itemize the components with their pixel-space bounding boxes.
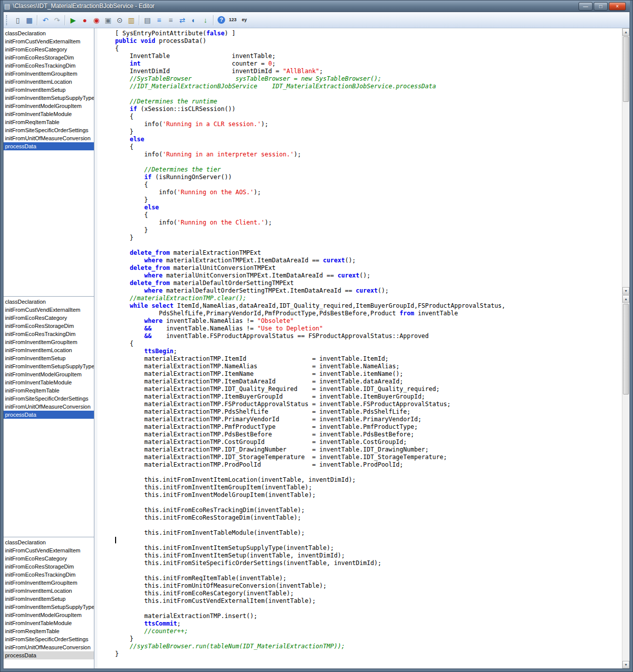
code-line[interactable]: //sysTableBrowser.run(tableNum(IDT_Mater…: [115, 643, 622, 650]
method-initFromInventItemLocation[interactable]: initFromInventItemLocation: [4, 587, 94, 595]
code-line[interactable]: this.initFromInventItemSetup(inventTable…: [115, 552, 622, 559]
scroll-up-icon[interactable]: ▲: [622, 28, 629, 36]
code-line[interactable]: //counter++;: [115, 628, 622, 635]
method-initFromReqItemTable[interactable]: initFromReqItemTable: [4, 118, 94, 126]
method-initFromInventModelGroupItem[interactable]: initFromInventModelGroupItem: [4, 102, 94, 110]
code-line[interactable]: materialExtractionTMP.PdsShelfLife = inv…: [115, 408, 622, 416]
method-initFromInventModelGroupItem[interactable]: initFromInventModelGroupItem: [4, 611, 94, 619]
code-line[interactable]: materialExtractionTMP.IDT_Quality_Requir…: [115, 385, 622, 393]
code-line[interactable]: this.initFromInventItemLocation(inventTa…: [115, 476, 622, 484]
camera-icon[interactable]: ▣: [102, 15, 114, 26]
scroll-down-icon[interactable]: ▼: [622, 661, 629, 668]
code-line[interactable]: {: [115, 340, 622, 348]
code-line[interactable]: }: [115, 635, 622, 643]
code-line[interactable]: {: [115, 181, 622, 189]
code-line[interactable]: delete_from materialExtractionTMPExt: [115, 249, 622, 257]
help-icon[interactable]: ?: [218, 16, 225, 24]
code-line[interactable]: materialExtractionTMP.IDT_StorageTempera…: [115, 454, 622, 461]
method-initFromInventItemSetupSupplyType[interactable]: initFromInventItemSetupSupplyType: [4, 362, 94, 370]
script-icon[interactable]: ▤: [142, 15, 153, 26]
code-line[interactable]: [115, 537, 622, 544]
method-initFromCustVendExternalItem[interactable]: initFromCustVendExternalItem: [4, 546, 94, 554]
method-initFromUnitOfMeasureConversion[interactable]: initFromUnitOfMeasureConversion: [4, 403, 94, 411]
code-editor[interactable]: [ SysEntryPointAttribute(false) ]public …: [97, 28, 622, 668]
method-initFromSiteSpecificOrderSettings[interactable]: initFromSiteSpecificOrderSettings: [4, 126, 94, 134]
code-line[interactable]: [115, 605, 622, 612]
code-line[interactable]: info('Running in a CLR session.');: [115, 121, 622, 128]
code-line[interactable]: [ SysEntryPointAttribute(false) ]: [115, 30, 622, 37]
code-line[interactable]: info('Running in an interpreter session.…: [115, 151, 622, 158]
code-line[interactable]: if (isRunningOnServer()): [115, 174, 622, 181]
code-line[interactable]: {: [115, 143, 622, 151]
method-initFromInventTableModule[interactable]: initFromInventTableModule: [4, 619, 94, 627]
code-line[interactable]: {: [115, 211, 622, 219]
code-line[interactable]: materialExtractionTMP.IDT_DrawingNumber …: [115, 446, 622, 454]
remove-breakpoints-icon[interactable]: ◉: [91, 15, 102, 26]
code-line[interactable]: this.initFromUnitOfMeasureConversion(inv…: [115, 582, 622, 590]
method-initFromInventItemGroupItem[interactable]: initFromInventItemGroupItem: [4, 579, 94, 587]
minimize-button[interactable]: —: [578, 2, 593, 11]
code-line[interactable]: }: [115, 234, 622, 242]
method-initFromInventModelGroupItem[interactable]: initFromInventModelGroupItem: [4, 370, 94, 378]
import-icon[interactable]: ↓: [200, 15, 211, 26]
method-initFromEcoResCategory[interactable]: initFromEcoResCategory: [4, 45, 94, 53]
code-line[interactable]: where inventTable.NameAlias != "Obsolete…: [115, 317, 622, 325]
method-initFromInventTableModule[interactable]: initFromInventTableModule: [4, 110, 94, 118]
code-line[interactable]: while select ItemId,NameAlias,dataAreaId…: [115, 302, 622, 310]
code-line[interactable]: //Determines the tier: [115, 166, 622, 174]
code-line[interactable]: [115, 242, 622, 249]
globe-icon[interactable]: ◐: [188, 15, 199, 26]
method-processData[interactable]: processData: [4, 411, 94, 419]
method-initFromSiteSpecificOrderSettings[interactable]: initFromSiteSpecificOrderSettings: [4, 395, 94, 403]
method-initFromEcoResStorageDim[interactable]: initFromEcoResStorageDim: [4, 322, 94, 330]
code-line[interactable]: }: [115, 650, 622, 658]
code-line[interactable]: materialExtractionTMP.NameAlias = invent…: [115, 363, 622, 370]
method-initFromUnitOfMeasureConversion[interactable]: initFromUnitOfMeasureConversion: [4, 134, 94, 142]
code-line[interactable]: //materialExtractionTMP.clear();: [115, 295, 622, 302]
undo-icon[interactable]: ↶: [40, 15, 51, 26]
code-line[interactable]: InventTable inventTable;: [115, 52, 622, 60]
method-initFromInventItemSetup[interactable]: initFromInventItemSetup: [4, 595, 94, 603]
code-line[interactable]: {: [115, 113, 622, 121]
method-initFromEcoResStorageDim[interactable]: initFromEcoResStorageDim: [4, 53, 94, 62]
close-button[interactable]: ×: [609, 2, 626, 11]
title-bar[interactable]: ▤ \Classes\IDT_MaterialExtractionBJobSer…: [3, 1, 630, 12]
method-initFromInventItemSetupSupplyType[interactable]: initFromInventItemSetupSupplyType: [4, 94, 94, 102]
method-initFromInventItemLocation[interactable]: initFromInventItemLocation: [4, 78, 94, 86]
method-classDeclaration[interactable]: classDeclaration: [4, 538, 94, 546]
code-line[interactable]: InventDimId inventDimId = "AllBlank";: [115, 68, 622, 75]
code-line[interactable]: materialExtractionTMP.CostGroupId = inve…: [115, 438, 622, 446]
code-line[interactable]: [115, 567, 622, 575]
code-line[interactable]: }: [115, 128, 622, 136]
code-line[interactable]: this.initFromInventItemSetupSupplyType(i…: [115, 544, 622, 552]
vertical-scrollbar[interactable]: ▲ ▼ ▲ ▼: [622, 28, 629, 668]
macro-icon[interactable]: ey: [239, 15, 250, 26]
code-line[interactable]: else: [115, 136, 622, 143]
method-processData[interactable]: processData: [4, 651, 94, 659]
method-initFromInventItemSetup[interactable]: initFromInventItemSetup: [4, 86, 94, 94]
maximize-button[interactable]: □: [594, 2, 608, 11]
code-line[interactable]: materialExtractionTMP.ItemId = inventTab…: [115, 355, 622, 363]
code-line[interactable]: materialExtractionTMP.FSProductApprovalS…: [115, 401, 622, 408]
code-line[interactable]: delete_from materialDefaultOrderSettingT…: [115, 279, 622, 287]
code-line[interactable]: where materialUnitConversionTMPExt.ItemD…: [115, 272, 622, 279]
method-initFromInventItemSetup[interactable]: initFromInventItemSetup: [4, 354, 94, 362]
code-line[interactable]: this.initFromSiteSpecificOrderSettings(i…: [115, 559, 622, 567]
method-initFromInventItemSetupSupplyType[interactable]: initFromInventItemSetupSupplyType: [4, 603, 94, 611]
method-initFromReqItemTable[interactable]: initFromReqItemTable: [4, 627, 94, 635]
code-line[interactable]: materialExtractionTMP.PmfProductType = i…: [115, 423, 622, 431]
method-classDeclaration[interactable]: classDeclaration: [4, 298, 94, 306]
go-icon[interactable]: ▶: [68, 15, 79, 26]
toggle-breakpoint-icon[interactable]: ●: [79, 15, 90, 26]
method-processData[interactable]: processData: [4, 142, 94, 150]
code-line[interactable]: materialExtractionTMP.PdsBestBefore = in…: [115, 431, 622, 438]
scroll-thumb[interactable]: [623, 36, 629, 102]
code-line[interactable]: }: [115, 227, 622, 234]
scroll-up-icon[interactable]: ▲: [622, 295, 629, 303]
code-line[interactable]: int counter = 0;: [115, 60, 622, 68]
code-line[interactable]: this.initFromInventTableModule(inventTab…: [115, 529, 622, 537]
code-line[interactable]: }: [115, 196, 622, 204]
code-line[interactable]: ttsBegin;: [115, 348, 622, 355]
package-icon[interactable]: ▥: [126, 15, 137, 26]
line-numbers-icon[interactable]: 123: [227, 15, 238, 26]
